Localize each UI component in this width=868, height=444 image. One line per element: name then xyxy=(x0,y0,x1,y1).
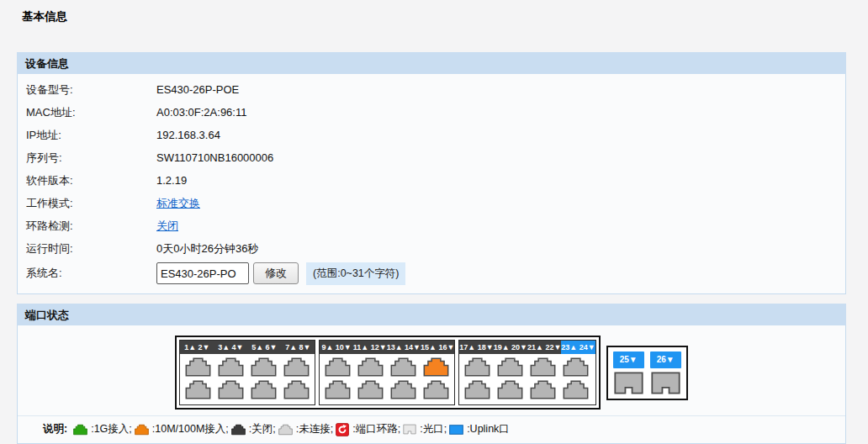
port-group-header: 9▲ 10▼11▲ 12▼13▲ 14▼15▲ 16▼ xyxy=(320,341,454,354)
port-group-3: 17▲ 18▼19▲ 20▼21▲ 22▼23▲ 24▼ xyxy=(458,340,595,405)
serial-number-row: 序列号:SW110710NB16000006 xyxy=(18,146,845,169)
port-label-1-2: 1▲ 2▼ xyxy=(180,341,214,354)
legend-text: :光口; xyxy=(420,422,447,436)
port-group-header: 17▲ 18▼19▲ 20▼21▲ 22▼23▲ 24▼ xyxy=(459,341,595,354)
system-name-label: 系统名: xyxy=(26,266,156,281)
serial-number-label: 序列号: xyxy=(26,151,156,166)
uptime-label: 运行时间: xyxy=(26,241,156,256)
loop-detection-value[interactable]: 关闭 xyxy=(156,219,178,234)
port-8-icon xyxy=(283,380,310,399)
legend-port-green-icon xyxy=(73,424,87,436)
loop-detection-label: 环路检测: xyxy=(26,219,156,234)
legend-text: :未连接; xyxy=(296,422,333,436)
port-label-9-10: 9▲ 10▼ xyxy=(320,341,352,354)
port-13-icon xyxy=(390,357,416,377)
sfp-column-25: 25▼ xyxy=(613,352,644,394)
port-label-13-14: 13▲ 14▼ xyxy=(387,341,421,354)
port-label-25: 25▼ xyxy=(613,352,644,368)
port-7-icon xyxy=(283,357,310,377)
port-status-body: 1▲ 2▼3▲ 4▼5▲ 6▼7▲ 8▼9▲ 10▼11▲ 12▼13▲ 14▼… xyxy=(17,325,846,444)
port-column xyxy=(251,357,277,399)
device-model-row: 设备型号:ES430-26P-POE xyxy=(18,78,845,101)
port-9-icon xyxy=(325,357,351,377)
legend-text: :10M/100M接入; xyxy=(152,422,229,436)
work-mode-label: 工作模式: xyxy=(26,196,156,211)
port-22-icon xyxy=(530,380,556,399)
port-group-body xyxy=(320,354,454,404)
port-group-1: 1▲ 2▼3▲ 4▼5▲ 6▼7▲ 8▼ xyxy=(179,340,315,405)
port-25-icon xyxy=(613,372,644,394)
port-column xyxy=(185,357,211,399)
port-19-icon xyxy=(497,357,523,377)
legend-uplink-blue-icon xyxy=(449,425,463,435)
port-20-icon xyxy=(497,380,523,399)
copper-ports-box: 1▲ 2▼3▲ 4▼5▲ 6▼7▲ 8▼9▲ 10▼11▲ 12▼13▲ 14▼… xyxy=(175,336,600,410)
port-label-5-6: 5▲ 6▼ xyxy=(247,341,281,354)
system-name-row: 系统名: 修改 (范围:0~31个字符) xyxy=(18,260,845,287)
port-status-panel: 端口状态 1▲ 2▼3▲ 4▼5▲ 6▼7▲ 8▼9▲ 10▼11▲ 12▼13… xyxy=(17,304,846,444)
port-5-icon xyxy=(251,357,277,377)
port-26-icon xyxy=(650,372,681,394)
device-model-value: ES430-26P-POE xyxy=(156,83,239,96)
port-group-2: 9▲ 10▼11▲ 12▼13▲ 14▼15▲ 16▼ xyxy=(319,340,455,405)
serial-number-value: SW110710NB16000006 xyxy=(156,151,273,164)
legend-sfp-gray-icon xyxy=(403,424,416,435)
port-column xyxy=(423,357,449,399)
port-4-icon xyxy=(218,380,244,399)
legend-text: :端口环路; xyxy=(352,422,400,436)
system-name-hint: (范围:0~31个字符) xyxy=(306,262,405,285)
port-status-header: 端口状态 xyxy=(17,304,846,325)
port-23-icon xyxy=(563,357,589,377)
uptime-row: 运行时间:0天0小时26分钟36秒 xyxy=(18,237,845,260)
mac-address-value: A0:03:0F:2A:96:11 xyxy=(156,106,246,119)
port-1-icon xyxy=(185,357,211,377)
ip-address-row: IP地址:192.168.3.64 xyxy=(18,124,845,146)
port-group-header: 1▲ 2▼3▲ 4▼5▲ 6▼7▲ 8▼ xyxy=(180,341,315,354)
port-column xyxy=(390,357,416,399)
device-info-panel: 设备信息 设备型号:ES430-26P-POEMAC地址:A0:03:0F:2A… xyxy=(17,52,846,294)
port-17-icon xyxy=(464,357,490,377)
legend-port-gray-icon xyxy=(278,424,293,436)
legend-text: :Uplink口 xyxy=(467,422,510,436)
port-label-15-16: 15▲ 16▼ xyxy=(421,341,454,354)
legend-port-black-icon xyxy=(231,424,246,436)
legend-port-orange-icon xyxy=(135,424,149,436)
port-column xyxy=(357,357,384,399)
port-column xyxy=(325,357,351,399)
port-label-11-12: 11▲ 12▼ xyxy=(353,341,387,354)
software-version-label: 软件版本: xyxy=(26,173,156,188)
loop-detection-row: 环路检测:关闭 xyxy=(18,214,845,237)
port-column xyxy=(497,357,523,399)
sfp-column-26: 26▼ xyxy=(650,352,681,394)
modify-button[interactable]: 修改 xyxy=(253,262,299,284)
port-label-3-4: 3▲ 4▼ xyxy=(214,341,247,354)
port-label-17-18: 17▲ 18▼ xyxy=(459,341,493,354)
device-info-body: 设备型号:ES430-26P-POEMAC地址:A0:03:0F:2A:96:1… xyxy=(17,74,846,294)
port-column xyxy=(530,357,556,399)
port-2-icon xyxy=(185,380,211,399)
uptime-value: 0天0小时26分钟36秒 xyxy=(156,241,258,256)
software-version-value: 1.2.19 xyxy=(156,174,187,187)
work-mode-value[interactable]: 标准交换 xyxy=(156,196,200,211)
legend-text: :关闭; xyxy=(249,422,276,436)
page-title: 基本信息 xyxy=(0,0,868,22)
device-info-rows: 设备型号:ES430-26P-POEMAC地址:A0:03:0F:2A:96:1… xyxy=(18,78,845,260)
port-14-icon xyxy=(390,380,416,399)
mac-address-label: MAC地址: xyxy=(26,105,156,120)
port-group-body xyxy=(180,354,315,404)
port-15-icon xyxy=(423,357,449,377)
work-mode-row: 工作模式:标准交换 xyxy=(18,192,845,214)
sfp-ports-box: 25▼26▼ xyxy=(606,346,688,400)
port-column xyxy=(283,357,310,399)
port-21-icon xyxy=(530,357,556,377)
port-legend: 说明: :1G接入;:10M/100M接入;:关闭;:未连接;:端口环路;:光口… xyxy=(18,415,845,443)
port-3-icon xyxy=(218,357,244,377)
system-name-input[interactable] xyxy=(156,262,249,284)
legend-items: :1G接入;:10M/100M接入;:关闭;:未连接;:端口环路;:光口;:Up… xyxy=(71,422,510,436)
port-24-icon xyxy=(563,380,589,399)
port-label-21-22: 21▲ 22▼ xyxy=(527,341,561,354)
port-6-icon xyxy=(251,380,277,399)
port-column xyxy=(563,357,589,399)
legend-loop-red-icon xyxy=(336,423,349,436)
port-18-icon xyxy=(464,380,490,399)
